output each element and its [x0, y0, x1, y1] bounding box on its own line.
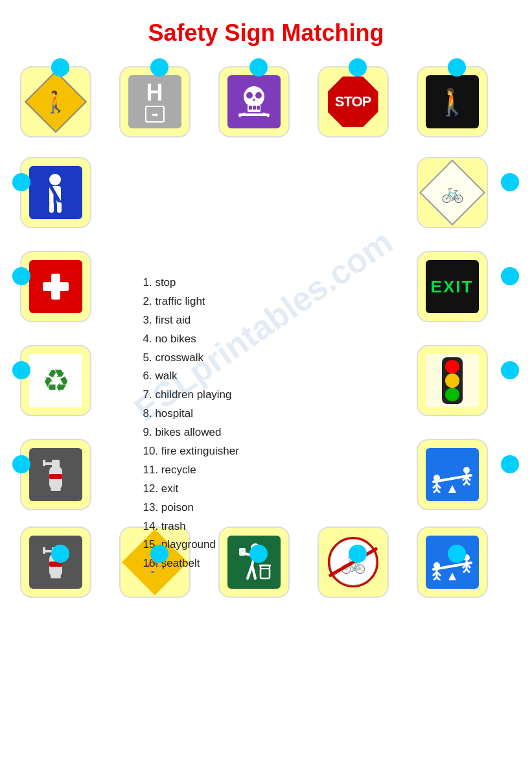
svg-point-27 [434, 475, 440, 481]
sign-card-seatbelt [20, 157, 91, 228]
list-item: 13. poison [143, 499, 239, 517]
page-title: Safety Sign Matching [0, 0, 532, 60]
svg-point-56 [434, 562, 440, 569]
svg-rect-21 [44, 462, 53, 465]
svg-marker-26 [448, 485, 456, 493]
dot-bottom-4 [349, 545, 367, 563]
dot-right-2 [501, 267, 519, 285]
sign-card-crosswalk: 🚶 [20, 66, 91, 137]
sign-card-walk: 🚶 [417, 66, 488, 137]
svg-line-60 [434, 577, 437, 580]
svg-point-10 [49, 174, 61, 185]
dot-bottom-2 [150, 545, 168, 563]
dot-top-4 [349, 58, 367, 77]
svg-line-50 [252, 565, 255, 578]
dot-right-4 [501, 455, 519, 473]
dot-top-5 [448, 58, 466, 77]
svg-rect-42 [43, 547, 45, 554]
list-item: 6. walk [143, 367, 239, 386]
sign-card-stop: STOP [318, 66, 389, 137]
list-item: 1. stop [143, 274, 239, 292]
dot-bottom-1 [51, 545, 69, 563]
list-item: 14. trash [143, 517, 239, 536]
svg-rect-22 [43, 460, 45, 466]
dot-top-3 [249, 58, 268, 77]
sign-card-playground [417, 439, 488, 510]
svg-rect-51 [260, 565, 270, 578]
sign-card-bikes-allowed: 🚲 [417, 157, 488, 228]
dot-right-1 [501, 173, 519, 191]
svg-line-67 [467, 569, 470, 573]
center-list: 1. stop2. traffic light3. first aid4. no… [143, 274, 239, 573]
svg-point-3 [255, 92, 262, 99]
svg-line-32 [437, 490, 440, 493]
svg-rect-14 [49, 202, 54, 213]
svg-rect-6 [257, 106, 260, 110]
sign-card-poison [218, 66, 290, 137]
list-item: 11. recycle [143, 461, 239, 480]
dot-bottom-3 [249, 545, 268, 563]
dot-right-3 [501, 361, 519, 379]
svg-rect-24 [51, 488, 61, 491]
svg-rect-23 [49, 474, 62, 479]
list-item: 4. no bikes [143, 330, 239, 349]
dot-left-3 [12, 361, 30, 379]
dot-top-1 [51, 58, 69, 77]
list-item: 12. exit [143, 480, 239, 499]
svg-line-61 [437, 577, 440, 580]
list-item: 5. crosswalk [143, 349, 239, 368]
svg-rect-15 [57, 202, 62, 213]
sign-card-recycle: ♻ [20, 345, 91, 416]
sign-card-fire-extinguisher-bottom [20, 527, 91, 598]
dot-left-4 [12, 455, 30, 473]
svg-line-38 [467, 482, 470, 485]
svg-rect-44 [51, 576, 61, 578]
svg-rect-48 [239, 548, 246, 556]
dot-top-2 [150, 58, 168, 77]
sign-card-first-aid [20, 251, 91, 322]
list-item: 8. hospital [143, 405, 239, 423]
svg-point-33 [463, 467, 470, 473]
sign-card-no-bikes: 🚲 [318, 527, 389, 598]
dot-left-1 [12, 173, 30, 191]
list-item: 9. bikes allowed [143, 423, 239, 442]
svg-line-31 [434, 490, 437, 493]
board: 🚶 H ➡ [14, 60, 519, 617]
sign-card-traffic-light [417, 345, 488, 416]
list-item: 10. fire extinguisher [143, 442, 239, 461]
svg-marker-55 [448, 573, 456, 580]
svg-text:♻: ♻ [41, 364, 69, 398]
svg-rect-17 [43, 282, 69, 291]
list-item: 2. traffic light [143, 292, 239, 311]
svg-rect-5 [253, 106, 256, 110]
sign-card-exit: EXIT [417, 251, 488, 322]
sign-card-playground-bottom [417, 527, 488, 598]
list-item: 7. children playing [143, 386, 239, 405]
list-item: 3. first aid [143, 311, 239, 330]
dot-bottom-5 [448, 545, 466, 563]
sign-card-fire-extinguisher [20, 439, 91, 510]
svg-point-2 [246, 92, 253, 99]
svg-rect-4 [249, 106, 252, 110]
dot-left-2 [12, 267, 30, 285]
sign-card-hospital: H ➡ [119, 66, 191, 137]
